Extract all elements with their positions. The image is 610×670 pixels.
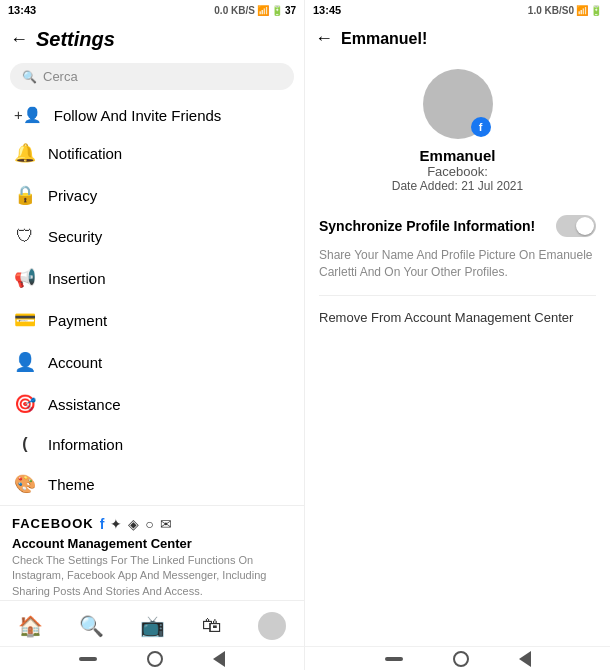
sync-row: Synchronize Profile Information! [305, 205, 610, 247]
left-system-nav [0, 646, 304, 670]
privacy-label: Privacy [48, 187, 97, 204]
menu-item-follow[interactable]: +👤 Follow And Invite Friends [0, 98, 304, 132]
fb-icon-f: f [100, 516, 105, 532]
sync-description: Share Your Name And Profile Picture On E… [305, 247, 610, 291]
menu-item-assistance[interactable]: 🎯 Assistance [0, 383, 304, 425]
nav-shop-icon[interactable]: 🛍 [202, 614, 222, 637]
profile-section: f Emmanuel Facebook: Date Added: 21 Jul … [305, 57, 610, 201]
right-time: 13:45 [313, 4, 341, 16]
nav-video-icon[interactable]: 📺 [140, 614, 165, 638]
notification-icon: 🔔 [14, 142, 36, 164]
sync-toggle[interactable] [556, 215, 596, 237]
remove-account-link[interactable]: Remove From Account Management Center [305, 300, 610, 335]
fb-icon-circle: ○ [145, 516, 153, 532]
right-header: ← Emmanuel! [305, 20, 610, 57]
account-mgmt-desc: Check The Settings For The Linked Functi… [12, 553, 292, 599]
follow-label: Follow And Invite Friends [54, 107, 222, 124]
payment-label: Payment [48, 312, 107, 329]
theme-label: Theme [48, 476, 95, 493]
information-icon: ( [14, 435, 36, 453]
menu-item-theme[interactable]: 🎨 Theme [0, 463, 304, 505]
sys-nav-home[interactable] [147, 651, 163, 667]
left-time: 13:43 [8, 4, 36, 16]
bottom-nav: 🏠 🔍 📺 🛍 [0, 600, 304, 646]
fb-icon-star: ✦ [110, 516, 122, 532]
menu-item-privacy[interactable]: 🔒 Privacy [0, 174, 304, 216]
menu-item-information[interactable]: ( Information [0, 425, 304, 463]
right-indicators: 1.0 KB/S0 [528, 5, 574, 16]
insertion-label: Insertion [48, 270, 106, 287]
nav-search-icon[interactable]: 🔍 [79, 614, 104, 638]
right-sys-nav-home[interactable] [453, 651, 469, 667]
menu-item-insertion[interactable]: 📢 Insertion [0, 257, 304, 299]
nav-home-icon[interactable]: 🏠 [18, 614, 43, 638]
right-system-nav [305, 646, 610, 670]
facebook-section: FACEBOOK f ✦ ◈ ○ ✉ Account Management Ce… [0, 505, 304, 600]
left-status-bar: 13:43 0.0 KB/S 📶 🔋 37 [0, 0, 304, 20]
assistance-icon: 🎯 [14, 393, 36, 415]
information-label: Information [48, 436, 123, 453]
fb-icon-mail: ✉ [160, 516, 172, 532]
search-bar[interactable]: 🔍 Cerca [10, 63, 294, 90]
left-battery-icon: 🔋 [271, 5, 283, 16]
right-signal-icon: 📶 [576, 5, 588, 16]
toggle-knob [576, 217, 594, 235]
menu-list: +👤 Follow And Invite Friends 🔔 Notificat… [0, 98, 304, 600]
right-page-title: Emmanuel! [341, 30, 427, 48]
profile-platform: Facebook: [427, 164, 488, 179]
profile-name: Emmanuel [420, 147, 496, 164]
right-sys-nav-square[interactable] [385, 657, 403, 661]
follow-icon: +👤 [14, 106, 42, 124]
sys-nav-square[interactable] [79, 657, 97, 661]
right-sys-nav-back[interactable] [519, 651, 531, 667]
left-header: ← Settings [0, 20, 304, 59]
right-battery-icon: 🔋 [590, 5, 602, 16]
profile-date-added: Date Added: 21 Jul 2021 [392, 179, 523, 193]
right-back-button[interactable]: ← [315, 28, 333, 49]
facebook-badge: f [471, 117, 491, 137]
menu-item-security[interactable]: 🛡 Security [0, 216, 304, 257]
payment-icon: 💳 [14, 309, 36, 331]
account-mgmt-title: Account Management Center [12, 536, 292, 551]
menu-item-account[interactable]: 👤 Account [0, 341, 304, 383]
security-label: Security [48, 228, 102, 245]
insertion-icon: 📢 [14, 267, 36, 289]
left-signal-icon: 📶 [257, 5, 269, 16]
facebook-title: FACEBOOK [12, 516, 94, 531]
theme-icon: 🎨 [14, 473, 36, 495]
menu-item-payment[interactable]: 💳 Payment [0, 299, 304, 341]
right-status-bar: 13:45 1.0 KB/S0 📶 🔋 [305, 0, 610, 20]
divider [319, 295, 596, 296]
nav-avatar[interactable] [258, 612, 286, 640]
notification-label: Notification [48, 145, 122, 162]
search-input[interactable]: Cerca [43, 69, 78, 84]
sys-nav-back[interactable] [213, 651, 225, 667]
account-icon: 👤 [14, 351, 36, 373]
menu-item-notification[interactable]: 🔔 Notification [0, 132, 304, 174]
left-back-button[interactable]: ← [10, 29, 28, 50]
search-icon: 🔍 [22, 70, 37, 84]
facebook-icons-row: f ✦ ◈ ○ ✉ [100, 516, 172, 532]
avatar-container: f [423, 69, 493, 139]
assistance-label: Assistance [48, 396, 121, 413]
sync-label: Synchronize Profile Information! [319, 218, 535, 234]
left-battery-level: 37 [285, 5, 296, 16]
left-indicators: 0.0 KB/S [214, 5, 255, 16]
privacy-icon: 🔒 [14, 184, 36, 206]
fb-icon-instagram: ◈ [128, 516, 139, 532]
security-icon: 🛡 [14, 226, 36, 247]
right-spacer [305, 335, 610, 646]
settings-title: Settings [36, 28, 115, 51]
account-label: Account [48, 354, 102, 371]
